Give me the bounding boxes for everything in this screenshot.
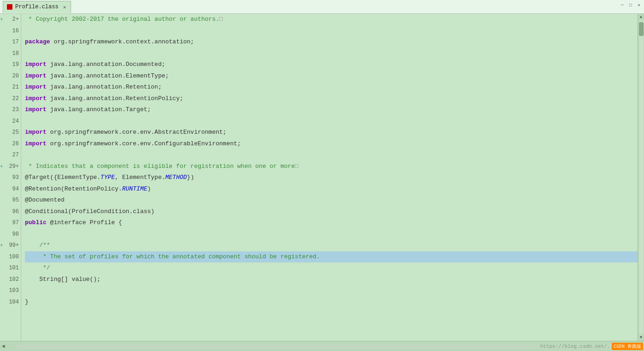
file-icon <box>7 4 12 10</box>
table-row <box>25 48 638 59</box>
table-row: @Retention(RetentionPolicy.RUNTIME) <box>25 184 638 195</box>
normal-token <box>25 240 39 251</box>
normal-token: ) <box>147 184 151 195</box>
table-row: /** <box>25 240 638 251</box>
watermark: https://blog.csdn.net/... <box>540 344 616 349</box>
scroll-down-arrow[interactable]: ▼ <box>638 334 644 341</box>
line-number: 100 <box>1 251 19 263</box>
code-editor: 2+16171819202122232425262729+93949596979… <box>0 14 644 341</box>
line-number: 20 <box>1 71 19 82</box>
italic-type-token: METHOD <box>165 172 187 184</box>
table-row: */ <box>25 262 638 274</box>
table-row: * Indicates that a component is eligible… <box>25 161 638 173</box>
minimize-button[interactable]: ─ <box>619 2 626 8</box>
line-number: 26 <box>1 138 19 150</box>
normal-token: org.springframework.context.annotation; <box>50 36 194 48</box>
line-number: 29+ <box>1 161 19 173</box>
table-row: } <box>25 297 638 308</box>
normal-token: java.lang.annotation.Retention; <box>47 82 162 93</box>
line-number: 16 <box>1 25 19 37</box>
tab-label: Profile.class <box>15 4 59 10</box>
line-number: 96 <box>1 206 19 218</box>
kw-token: import <box>25 104 47 116</box>
table-row <box>25 116 638 127</box>
scroll-thumb[interactable] <box>639 22 644 36</box>
close-button[interactable]: ✕ <box>636 2 642 8</box>
file-tab[interactable]: Profile.class ✕ <box>3 1 71 13</box>
table-row <box>25 285 638 297</box>
table-row: import java.lang.annotation.ElementType; <box>25 71 638 82</box>
kw-token: import <box>25 127 47 138</box>
line-number: 99+ <box>1 240 19 251</box>
normal-token: @interface Profile { <box>47 217 122 229</box>
scroll-up-arrow[interactable]: ▲ <box>638 14 644 20</box>
line-number: 93 <box>1 172 19 184</box>
normal-token: } <box>25 297 29 308</box>
vertical-scrollbar[interactable]: ▲ ▼ <box>638 14 644 341</box>
kw-token: import <box>25 138 47 150</box>
bottom-bar: ◄ ► https://blog.csdn.net/... CSDN 奔跑版 <box>0 341 644 351</box>
table-row: import java.lang.annotation.Documented; <box>25 59 638 71</box>
comment-token: * Copyright 2002-2017 the original autho… <box>25 14 219 25</box>
line-numbers: 2+16171819202122232425262729+93949596979… <box>0 14 21 341</box>
kw-token: import <box>25 82 47 93</box>
table-row <box>25 25 638 37</box>
kw-token: import <box>25 59 47 71</box>
normal-token: @Retention(RetentionPolicy. <box>25 184 122 195</box>
table-row: @Documented <box>25 195 638 206</box>
tab-close-button[interactable]: ✕ <box>63 4 66 10</box>
normal-token: java.lang.annotation.Target; <box>47 104 151 116</box>
line-number: 101 <box>1 262 19 274</box>
table-row: import org.springframework.core.env.Abst… <box>25 127 638 138</box>
kw-token: package <box>25 36 50 48</box>
line-number: 21 <box>1 82 19 93</box>
line-number: 102 <box>1 274 19 286</box>
comment-token: */ <box>39 262 50 274</box>
line-number: 17 <box>1 36 19 48</box>
table-row <box>25 229 638 240</box>
line-number: 97 <box>1 217 19 229</box>
line-number: 24 <box>1 116 19 127</box>
normal-token: @Conditional(ProfileCondition.class) <box>25 206 155 218</box>
italic-type-token: TYPE <box>101 172 115 184</box>
kw-token: public <box>25 217 47 229</box>
normal-token: }) <box>187 172 194 184</box>
cursor-token: □ <box>295 161 298 173</box>
scroll-track[interactable] <box>639 20 644 334</box>
code-content[interactable]: * Copyright 2002-2017 the original autho… <box>21 14 638 341</box>
line-number: 25 <box>1 127 19 138</box>
horizontal-scrollbar[interactable] <box>16 344 628 349</box>
line-number: 23 <box>1 104 19 116</box>
line-number: 94 <box>1 184 19 195</box>
normal-token: @Target({ElementType. <box>25 172 101 184</box>
line-number: 2+ <box>1 14 19 25</box>
normal-token <box>25 251 39 263</box>
table-row <box>25 149 638 161</box>
table-row: public @interface Profile { <box>25 217 638 229</box>
cursor-token: □ <box>219 14 223 25</box>
table-row: @Target({ElementType.TYPE, ElementType.M… <box>25 172 638 184</box>
comment-token: * The set of profiles for which the anno… <box>39 251 320 263</box>
maximize-button[interactable]: □ <box>627 2 634 8</box>
line-number: 95 <box>1 195 19 206</box>
normal-token: String[] value(); <box>25 274 101 286</box>
csdn-badge: CSDN 奔跑版 <box>612 343 643 350</box>
normal-token <box>25 262 39 274</box>
line-number: 98 <box>1 229 19 240</box>
normal-token: java.lang.annotation.RetentionPolicy; <box>47 93 183 105</box>
comment-token: /** <box>39 240 50 251</box>
kw-token: import <box>25 93 47 105</box>
normal-token: java.lang.annotation.ElementType; <box>47 71 169 82</box>
line-number: 27 <box>1 149 19 161</box>
table-row: import java.lang.annotation.Target; <box>25 104 638 116</box>
table-row: @Conditional(ProfileCondition.class) <box>25 206 638 218</box>
table-row: package org.springframework.context.anno… <box>25 36 638 48</box>
line-number: 18 <box>1 48 19 59</box>
normal-token: , ElementType. <box>115 172 165 184</box>
italic-type-token: RUNTIME <box>122 184 148 195</box>
table-row: String[] value(); <box>25 274 638 286</box>
table-row: import java.lang.annotation.RetentionPol… <box>25 93 638 105</box>
normal-token: @Documented <box>25 195 65 206</box>
window-controls: ─ □ ✕ <box>619 2 642 8</box>
table-row: * Copyright 2002-2017 the original autho… <box>25 14 638 25</box>
